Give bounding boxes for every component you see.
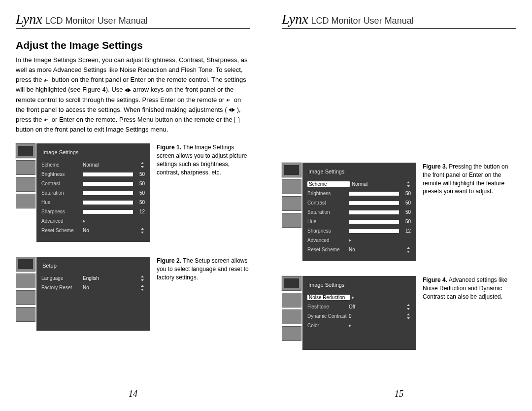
header-title: LCD Monitor User Manual bbox=[311, 16, 414, 26]
menu-row[interactable]: SchemeNormal bbox=[307, 179, 411, 189]
updown-icon[interactable] bbox=[140, 285, 145, 291]
menu-row-label: Reset Scheme bbox=[307, 247, 347, 252]
select-value: Normal bbox=[352, 181, 404, 187]
right-arrow-icon bbox=[232, 108, 235, 112]
menu-row[interactable]: Sharpness12 bbox=[41, 207, 145, 216]
thumb-icon bbox=[282, 213, 301, 228]
thumb-icon bbox=[282, 179, 301, 194]
menu-row[interactable]: Color bbox=[307, 321, 411, 330]
menu-row-label: Brightness bbox=[41, 171, 81, 177]
menu-row-label: Contrast bbox=[41, 181, 81, 186]
menu-title: Setup bbox=[41, 261, 145, 274]
menu-row-label: Advanced bbox=[307, 238, 347, 243]
menu-image-settings: Image Settings SchemeNormalBrightness50C… bbox=[302, 163, 416, 261]
brand-logo: Lynx bbox=[282, 12, 308, 26]
left-arrow-icon bbox=[125, 88, 128, 92]
menu-row[interactable]: Reset SchemeNo bbox=[41, 226, 145, 235]
menu-row[interactable]: Sharpness12 bbox=[307, 226, 411, 236]
menu-row-label: Scheme bbox=[307, 181, 350, 187]
figure-1-caption: Figure 1. The Image Settings screen allo… bbox=[150, 143, 250, 242]
enter-icon bbox=[44, 117, 50, 122]
slider-track[interactable] bbox=[349, 201, 399, 205]
updown-icon[interactable] bbox=[140, 228, 145, 234]
menu-page-icon bbox=[234, 117, 239, 123]
menu-row-label: Noise Reduction bbox=[307, 295, 350, 300]
menu-row-label: Brightness bbox=[307, 191, 347, 196]
updown-icon[interactable] bbox=[140, 275, 145, 281]
submenu-arrow-icon[interactable] bbox=[352, 296, 354, 299]
thumb-icon bbox=[16, 257, 35, 272]
submenu-arrow-icon[interactable] bbox=[349, 324, 351, 327]
thumb-icon bbox=[16, 307, 35, 322]
figure-3-block: Image Settings SchemeNormalBrightness50C… bbox=[282, 163, 516, 261]
updown-icon[interactable] bbox=[406, 313, 411, 319]
menu-row-label: Contrast bbox=[307, 200, 347, 206]
select-value: Off bbox=[349, 304, 404, 309]
menu-row[interactable]: Reset SchemeNo bbox=[307, 245, 411, 254]
slider-value: 50 bbox=[401, 209, 411, 215]
select-value: Normal bbox=[83, 162, 138, 168]
select-value: English bbox=[83, 275, 138, 281]
menu-row[interactable]: Advanced bbox=[307, 236, 411, 245]
slider-track[interactable] bbox=[83, 182, 133, 186]
slider-track[interactable] bbox=[83, 201, 133, 205]
menu-row[interactable]: Advanced bbox=[41, 216, 145, 226]
slider-value: 50 bbox=[135, 200, 145, 205]
slider-track[interactable] bbox=[349, 210, 399, 214]
menu-row[interactable]: Contrast50 bbox=[307, 198, 411, 207]
page-footer-right: 15 bbox=[282, 389, 516, 399]
menu-row[interactable]: Saturation50 bbox=[41, 188, 145, 198]
thumb-icon bbox=[282, 309, 301, 324]
caption-label: Figure 3. bbox=[423, 163, 447, 170]
menu-row[interactable]: Noise Reduction bbox=[307, 293, 411, 302]
updown-icon[interactable] bbox=[406, 247, 411, 253]
submenu-arrow-icon[interactable] bbox=[83, 220, 85, 223]
menu-row-label: Sharpness bbox=[307, 228, 347, 234]
caption-label: Figure 4. bbox=[423, 276, 447, 283]
slider-value: 50 bbox=[401, 191, 411, 196]
menu-title: Image Settings bbox=[307, 167, 411, 179]
menu-row[interactable]: SchemeNormal bbox=[41, 160, 145, 170]
slider-value: 12 bbox=[401, 228, 411, 234]
page-number: 14 bbox=[124, 389, 142, 399]
menu-row[interactable]: Factory ResetNo bbox=[41, 283, 145, 292]
menu-row[interactable]: Hue50 bbox=[41, 198, 145, 207]
slider-track[interactable] bbox=[83, 191, 133, 195]
header-title: LCD Monitor User Manual bbox=[45, 16, 148, 26]
figure-4-caption: Figure 4. Advanced settings like Noise R… bbox=[416, 276, 516, 350]
left-arrow-icon bbox=[229, 108, 232, 112]
slider-track[interactable] bbox=[349, 192, 399, 196]
header-right: Lynx LCD Monitor User Manual bbox=[282, 12, 516, 29]
slider-track[interactable] bbox=[83, 172, 133, 176]
menu-row[interactable]: Dynamic Contrast0 bbox=[307, 311, 411, 321]
updown-icon[interactable] bbox=[406, 181, 411, 187]
menu-row-label: Dynamic Contrast bbox=[307, 313, 347, 319]
slider-value: 50 bbox=[135, 190, 145, 196]
menu-row[interactable]: Contrast50 bbox=[41, 179, 145, 188]
slider-track[interactable] bbox=[349, 229, 399, 233]
slider-value: 50 bbox=[135, 171, 145, 177]
updown-icon[interactable] bbox=[406, 304, 411, 310]
thumb-icon bbox=[282, 163, 301, 177]
thumb-icon bbox=[16, 274, 35, 288]
thumb-icon bbox=[282, 276, 301, 291]
enter-icon bbox=[226, 98, 232, 103]
menu-row[interactable]: Brightness50 bbox=[307, 189, 411, 198]
menu-row[interactable]: Saturation50 bbox=[307, 207, 411, 217]
menu-row[interactable]: FleshtoneOff bbox=[307, 302, 411, 311]
menu-row[interactable]: LanguageEnglish bbox=[41, 274, 145, 283]
slider-track[interactable] bbox=[83, 210, 133, 214]
menu-row[interactable]: Brightness50 bbox=[41, 170, 145, 179]
slider-track[interactable] bbox=[349, 220, 399, 224]
thumb-icon bbox=[16, 177, 35, 192]
thumb-icon bbox=[16, 143, 35, 158]
menu-row-label: Advanced bbox=[41, 218, 81, 224]
body-text-7: button on the front panel to exit Image … bbox=[16, 126, 168, 133]
updown-icon[interactable] bbox=[140, 162, 145, 168]
figure-3-caption: Figure 3. Pressing the button on the fro… bbox=[416, 163, 516, 261]
caption-label: Figure 2. bbox=[157, 257, 181, 264]
submenu-arrow-icon[interactable] bbox=[349, 239, 351, 242]
menu-setup: Setup LanguageEnglishFactory ResetNo bbox=[36, 257, 150, 331]
menu-row-label: Sharpness bbox=[41, 209, 81, 214]
menu-row[interactable]: Hue50 bbox=[307, 217, 411, 226]
